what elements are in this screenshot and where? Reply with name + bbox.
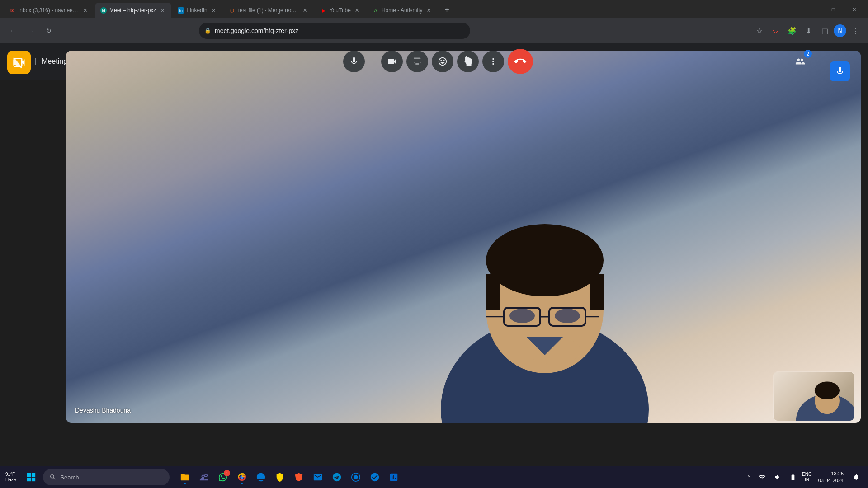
taskbar-clock[interactable]: 13:25 03-04-2024 bbox=[815, 470, 847, 484]
participant-count-badge: 2 bbox=[804, 50, 812, 58]
participants-button[interactable]: 2 bbox=[790, 52, 810, 71]
tab-gmail[interactable]: ✉ Inbox (3,316) - navneetmishra... ✕ bbox=[4, 3, 94, 18]
svg-point-24 bbox=[354, 475, 358, 479]
extra-app-1[interactable] bbox=[367, 469, 383, 485]
systray-expand-button[interactable]: ^ bbox=[744, 471, 753, 483]
tab-autismity[interactable]: A Home - Autismity ✕ bbox=[367, 3, 438, 18]
mail-app[interactable] bbox=[310, 469, 326, 485]
cortana-icon bbox=[351, 472, 361, 482]
tab-gitlab-title: test file (1) · Merge requests ·... bbox=[238, 7, 299, 14]
autismity-favicon: A bbox=[373, 7, 379, 14]
minimize-button[interactable]: — bbox=[802, 3, 823, 16]
present-button[interactable] bbox=[406, 51, 428, 72]
url-bar[interactable]: 🔒 meet.google.com/hfq-zter-pxz bbox=[199, 23, 470, 39]
taskbar-search-bar[interactable]: Search bbox=[43, 469, 170, 485]
chrome-app[interactable] bbox=[234, 469, 250, 485]
chrome-icon bbox=[237, 472, 247, 482]
language-indicator[interactable]: ENG IN bbox=[802, 472, 812, 483]
tab-gmail-title: Inbox (3,316) - navneetmishra... bbox=[18, 7, 79, 14]
self-video-pip[interactable]: Navneet Mishra bbox=[773, 371, 854, 421]
norton-app[interactable] bbox=[272, 469, 288, 485]
weather-widget[interactable]: 91°F Haze bbox=[5, 472, 16, 483]
edge-icon bbox=[256, 472, 266, 482]
svg-rect-20 bbox=[27, 478, 31, 481]
tab-autismity-close[interactable]: ✕ bbox=[425, 7, 433, 14]
telegram-app[interactable] bbox=[329, 469, 345, 485]
self-video-background: Navneet Mishra bbox=[774, 372, 854, 421]
norton-icon bbox=[275, 472, 285, 482]
new-tab-button[interactable]: + bbox=[441, 4, 453, 16]
tab-youtube[interactable]: ▶ YouTube ✕ bbox=[315, 3, 366, 18]
battery-icon[interactable] bbox=[787, 471, 799, 483]
browser-actions: ☆ 🛡 🧩 ⬇ ◫ N ⋮ bbox=[752, 23, 863, 38]
svg-point-17 bbox=[815, 382, 840, 399]
teams-icon bbox=[199, 472, 209, 482]
tab-bar: ✉ Inbox (3,316) - navneetmishra... ✕ M M… bbox=[0, 0, 868, 18]
edge-app[interactable] bbox=[253, 469, 269, 485]
teams-app[interactable] bbox=[196, 469, 212, 485]
svg-rect-18 bbox=[27, 473, 31, 477]
camera-button[interactable] bbox=[381, 51, 403, 72]
tab-meet-close[interactable]: ✕ bbox=[159, 7, 166, 14]
extensions-button[interactable]: 🧩 bbox=[785, 23, 799, 38]
lock-icon: 🔒 bbox=[204, 28, 211, 34]
tab-autismity-title: Home - Autismity bbox=[382, 7, 423, 14]
url-text: meet.google.com/hfq-zter-pxz bbox=[215, 27, 298, 34]
start-button[interactable] bbox=[23, 469, 39, 485]
mail-icon bbox=[313, 472, 323, 482]
notification-center-button[interactable] bbox=[850, 471, 863, 483]
extension-button[interactable]: 🛡 bbox=[769, 23, 783, 38]
maximize-button[interactable]: □ bbox=[823, 3, 844, 16]
speaker-indicator bbox=[830, 61, 850, 81]
taskbar-search-text: Search bbox=[60, 474, 79, 481]
close-button[interactable]: ✕ bbox=[844, 3, 864, 16]
whatsapp-app[interactable]: 1 bbox=[215, 469, 231, 485]
tab-gitlab[interactable]: ⬡ test file (1) · Merge requests ·... ✕ bbox=[224, 3, 314, 18]
person-figure bbox=[409, 129, 680, 423]
telegram-icon bbox=[332, 472, 342, 482]
no-camera-notification[interactable] bbox=[7, 51, 31, 74]
microphone-on-icon bbox=[835, 66, 845, 77]
extra-app-2-icon bbox=[389, 472, 399, 482]
end-call-button[interactable] bbox=[508, 49, 533, 74]
forward-button[interactable]: → bbox=[24, 23, 38, 38]
tab-youtube-close[interactable]: ✕ bbox=[354, 7, 361, 14]
tab-linkedin[interactable]: in LinkedIn ✕ bbox=[172, 3, 222, 18]
svg-rect-19 bbox=[32, 473, 35, 477]
svg-rect-5 bbox=[590, 274, 604, 310]
bookmark-button[interactable]: ☆ bbox=[752, 23, 767, 38]
downloads-button[interactable]: ⬇ bbox=[801, 23, 816, 38]
sidebar-button[interactable]: ◫ bbox=[817, 23, 832, 38]
address-bar: ← → ↻ 🔒 meet.google.com/hfq-zter-pxz ☆ 🛡… bbox=[0, 18, 868, 43]
youtube-favicon: ▶ bbox=[321, 7, 327, 14]
gmail-favicon: ✉ bbox=[9, 7, 15, 14]
taskbar-apps: 1 bbox=[177, 469, 402, 485]
refresh-button[interactable]: ↻ bbox=[42, 23, 56, 38]
raise-hand-button[interactable] bbox=[457, 51, 479, 72]
svg-point-11 bbox=[509, 309, 535, 323]
more-options-button[interactable] bbox=[482, 51, 504, 72]
browser-shell: ✉ Inbox (3,316) - navneetmishra... ✕ M M… bbox=[0, 0, 868, 488]
extra-app-2[interactable] bbox=[386, 469, 402, 485]
participant-name-label: Devashu Bhadouria bbox=[75, 407, 131, 414]
cortana-app[interactable] bbox=[348, 469, 364, 485]
profile-button[interactable]: N bbox=[834, 24, 846, 37]
menu-button[interactable]: ⋮ bbox=[848, 23, 863, 38]
mic-button[interactable] bbox=[343, 51, 365, 72]
emoji-button[interactable] bbox=[432, 51, 453, 72]
back-button[interactable]: ← bbox=[5, 23, 20, 38]
tab-meet[interactable]: M Meet – hfq-zter-pxz ✕ bbox=[95, 3, 171, 18]
tab-linkedin-close[interactable]: ✕ bbox=[210, 7, 217, 14]
file-explorer-app[interactable] bbox=[177, 469, 193, 485]
brave-app[interactable] bbox=[291, 469, 307, 485]
no-camera-icon bbox=[12, 56, 26, 69]
tab-gmail-close[interactable]: ✕ bbox=[81, 7, 89, 14]
network-icon[interactable] bbox=[756, 471, 769, 483]
language-region: IN bbox=[805, 477, 809, 483]
chrome-indicator bbox=[241, 483, 243, 484]
time-separator: | bbox=[34, 57, 36, 66]
svg-point-3 bbox=[486, 224, 604, 296]
volume-icon[interactable] bbox=[771, 471, 784, 483]
tab-gitlab-close[interactable]: ✕ bbox=[302, 7, 309, 14]
clock-date: 03-04-2024 bbox=[818, 477, 844, 484]
